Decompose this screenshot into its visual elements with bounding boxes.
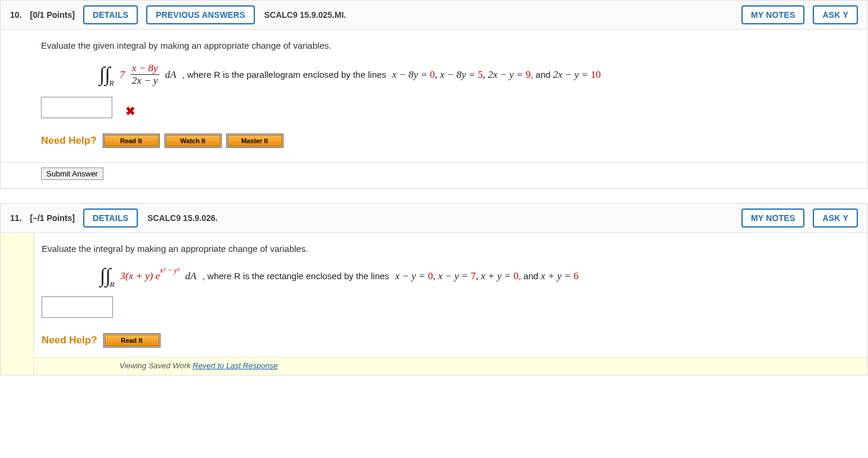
read-it-button[interactable]: Read It — [104, 135, 159, 147]
assignment-code: SCALC9 15.9.025.MI. — [264, 10, 346, 20]
coefficient: 7 — [120, 70, 125, 80]
unsaved-indicator-strip — [1, 233, 34, 375]
question-10: 10. [0/1 Points] DETAILS PREVIOUS ANSWER… — [0, 0, 868, 189]
question-header: 10. [0/1 Points] DETAILS PREVIOUS ANSWER… — [1, 0, 867, 30]
previous-answers-button[interactable]: PREVIOUS ANSWERS — [146, 5, 254, 24]
details-button[interactable]: DETAILS — [83, 209, 138, 228]
answer-input[interactable] — [42, 296, 113, 318]
double-integral-icon: ∫∫R — [99, 64, 114, 84]
where-text: , where R is the parallelogram enclosed … — [182, 70, 387, 79]
instruction-text: Evaluate the given integral by making an… — [41, 40, 850, 50]
need-help-label: Need Help? — [41, 135, 97, 147]
double-integral-icon: ∫∫R — [100, 266, 115, 286]
denominator: 2x − y — [131, 75, 159, 87]
dA: dA — [165, 70, 176, 80]
master-it-button[interactable]: Master It — [228, 135, 282, 147]
my-notes-button[interactable]: MY NOTES — [741, 209, 804, 228]
question-number: 11. — [10, 213, 21, 223]
question-number: 10. — [10, 10, 21, 20]
ask-teacher-button[interactable]: ASK Y — [813, 209, 858, 228]
revert-link[interactable]: Revert to Last Response — [192, 361, 277, 370]
saved-work-bar: Viewing Saved Work Revert to Last Respon… — [1, 357, 867, 375]
dA: dA — [185, 271, 197, 281]
my-notes-button[interactable]: MY NOTES — [741, 5, 804, 24]
integrand-base: 3(x + y) e — [121, 271, 160, 281]
question-11: 11. [–/1 Points] DETAILS SCALC9 15.9.026… — [0, 203, 868, 375]
incorrect-icon: ✖ — [125, 104, 135, 118]
question-points: [–/1 Points] — [30, 213, 74, 223]
instruction-text: Evaluate the integral by making an appro… — [42, 244, 850, 254]
question-header: 11. [–/1 Points] DETAILS SCALC9 15.9.026… — [1, 203, 867, 233]
details-button[interactable]: DETAILS — [83, 5, 138, 24]
integral-expression: ∫∫R 3(x + y) e x² − y² dA , where R is t… — [100, 266, 850, 286]
need-help-label: Need Help? — [42, 334, 97, 346]
answer-input[interactable] — [41, 97, 112, 118]
watch-it-button[interactable]: Watch It — [166, 135, 220, 147]
submit-answer-button[interactable]: Submit Answer — [41, 168, 103, 180]
assignment-code: SCALC9 15.9.026. — [147, 213, 217, 223]
ask-teacher-button[interactable]: ASK Y — [813, 5, 858, 24]
read-it-button[interactable]: Read It — [105, 334, 159, 346]
viewing-saved-label: Viewing Saved Work — [119, 361, 192, 370]
integrand-exponent: x² − y² — [160, 267, 179, 274]
where-text: , where R is the rectangle enclosed by t… — [203, 271, 389, 280]
question-points: [0/1 Points] — [30, 10, 74, 20]
integral-expression: ∫∫R 7 x − 8y 2x − y dA , where R is the … — [99, 62, 850, 86]
numerator: x − 8y — [131, 62, 159, 74]
fraction: x − 8y 2x − y — [131, 62, 159, 86]
